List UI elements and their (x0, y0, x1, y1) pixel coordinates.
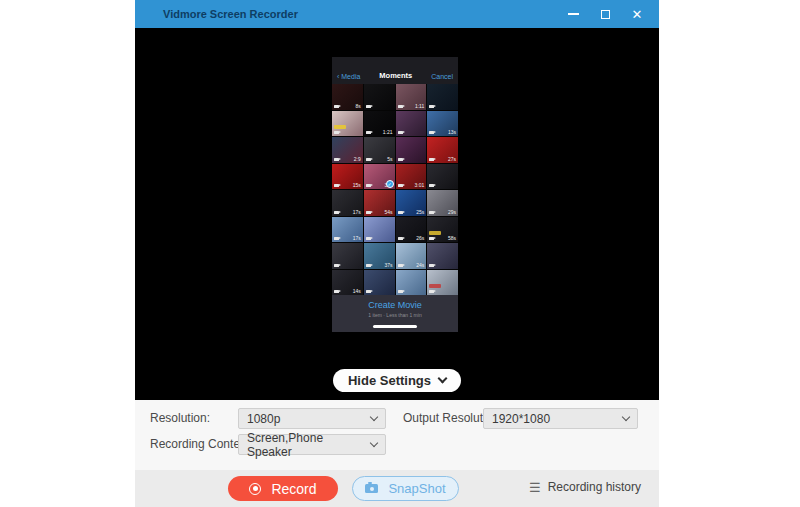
video-thumbnail[interactable]: 17s (332, 190, 363, 216)
video-thumbnail[interactable]: 24s (396, 243, 427, 269)
duration-label: 24s (416, 262, 424, 268)
recording-history-label: Recording history (548, 480, 641, 494)
phone-footer: Create Movie 1 item · Less than 1 min (332, 295, 458, 332)
video-thumbnail[interactable]: 1:21 (364, 111, 395, 137)
video-icon (334, 264, 339, 267)
chevron-down-icon (370, 439, 378, 447)
video-thumbnail[interactable] (332, 243, 363, 269)
video-icon (366, 158, 371, 161)
record-icon (249, 483, 261, 495)
video-thumbnail[interactable]: 5s (364, 137, 395, 163)
maximize-button[interactable] (597, 6, 613, 22)
video-thumbnail[interactable] (427, 84, 458, 110)
mirrored-phone-screen[interactable]: ‹ Media Moments Cancel 8s1:111:2113s2:95… (332, 57, 458, 332)
create-movie-button[interactable]: Create Movie (332, 300, 458, 310)
output-resolution-dropdown[interactable]: 1920*1080 (483, 408, 638, 429)
duration-label: 2:9 (354, 156, 361, 162)
duration-label: 58s (448, 235, 456, 241)
video-icon (334, 290, 339, 293)
video-icon (398, 105, 403, 108)
duration-label: 17s (353, 209, 361, 215)
video-icon (334, 131, 339, 134)
video-icon (429, 158, 434, 161)
video-thumbnail[interactable] (364, 270, 395, 296)
video-icon (429, 105, 434, 108)
phone-header: ‹ Media Moments Cancel (332, 57, 458, 84)
create-movie-subtitle: 1 item · Less than 1 min (332, 312, 458, 318)
phone-screen-title: Moments (379, 71, 412, 80)
duration-label: 8s (355, 103, 360, 109)
video-thumbnail[interactable]: 32s✓ (364, 164, 395, 190)
video-thumbnail[interactable]: 14s (332, 270, 363, 296)
window-title: Vidmore Screen Recorder (163, 8, 298, 20)
video-thumbnail[interactable]: 26s (396, 217, 427, 243)
video-thumbnail[interactable] (427, 164, 458, 190)
preview-area: ‹ Media Moments Cancel 8s1:111:2113s2:95… (135, 28, 659, 400)
recording-content-value: Screen,Phone Speaker (247, 431, 371, 459)
video-icon (334, 237, 339, 240)
back-media-button[interactable]: ‹ Media (337, 73, 360, 80)
video-thumbnail[interactable] (396, 270, 427, 296)
window-controls: ✕ (565, 0, 645, 28)
video-thumbnail[interactable] (427, 270, 458, 296)
home-indicator (373, 325, 417, 328)
duration-label: 27s (448, 156, 456, 162)
video-icon (366, 237, 371, 240)
video-icon (366, 211, 371, 214)
video-icon (429, 131, 434, 134)
thumbnail-accent (429, 284, 441, 288)
hide-settings-button[interactable]: Hide Settings (333, 369, 461, 392)
video-thumbnail[interactable] (364, 217, 395, 243)
video-icon (334, 105, 339, 108)
video-icon (366, 131, 371, 134)
video-icon (398, 211, 403, 214)
video-thumbnail[interactable]: 25s (396, 190, 427, 216)
video-icon (366, 184, 371, 187)
video-icon (398, 237, 403, 240)
duration-label: 26s (416, 235, 424, 241)
settings-panel: Resolution: 1080p Output Resolution: 192… (135, 400, 659, 470)
cancel-button[interactable]: Cancel (431, 73, 453, 80)
video-thumbnail[interactable] (364, 84, 395, 110)
video-thumbnail[interactable]: 8s (332, 84, 363, 110)
video-thumbnail[interactable]: 29s (427, 190, 458, 216)
recording-content-dropdown[interactable]: Screen,Phone Speaker (238, 434, 386, 455)
duration-label: 25s (416, 209, 424, 215)
video-thumbnail[interactable] (427, 243, 458, 269)
video-thumbnail[interactable]: 27s (427, 137, 458, 163)
video-thumbnail[interactable]: 37s (364, 243, 395, 269)
video-thumbnail[interactable]: 3:01 (396, 164, 427, 190)
resolution-label: Resolution: (150, 408, 210, 429)
list-icon: ☰ (529, 481, 541, 494)
video-thumbnail[interactable] (396, 111, 427, 137)
record-button[interactable]: Record (228, 476, 338, 501)
video-thumbnail[interactable] (332, 111, 363, 137)
camera-icon (365, 484, 378, 493)
minimize-button[interactable] (565, 6, 581, 22)
video-icon (398, 290, 403, 293)
video-thumbnail[interactable]: 1:11 (396, 84, 427, 110)
snapshot-button[interactable]: SnapShot (352, 476, 459, 501)
duration-label: 54s (384, 209, 392, 215)
video-thumbnail[interactable]: 17s (332, 217, 363, 243)
chevron-down-icon (438, 373, 448, 383)
video-thumbnail[interactable] (396, 137, 427, 163)
video-icon (334, 184, 339, 187)
video-thumbnail[interactable]: 15s (332, 164, 363, 190)
duration-label: 15s (353, 182, 361, 188)
hide-settings-label: Hide Settings (348, 373, 431, 388)
chevron-down-icon (622, 413, 630, 421)
video-icon (429, 290, 434, 293)
video-thumbnail[interactable]: 13s (427, 111, 458, 137)
video-thumbnail[interactable]: 54s (364, 190, 395, 216)
video-icon (366, 105, 371, 108)
video-thumbnail[interactable]: 2:9 (332, 137, 363, 163)
selected-check-icon: ✓ (386, 180, 394, 188)
video-thumbnail[interactable]: 58s (427, 217, 458, 243)
recording-history-button[interactable]: ☰ Recording history (529, 480, 641, 494)
resolution-dropdown[interactable]: 1080p (238, 408, 386, 429)
close-button[interactable]: ✕ (629, 6, 645, 22)
duration-label: 1:11 (415, 103, 424, 109)
video-icon (366, 264, 371, 267)
duration-label: 17s (353, 235, 361, 241)
